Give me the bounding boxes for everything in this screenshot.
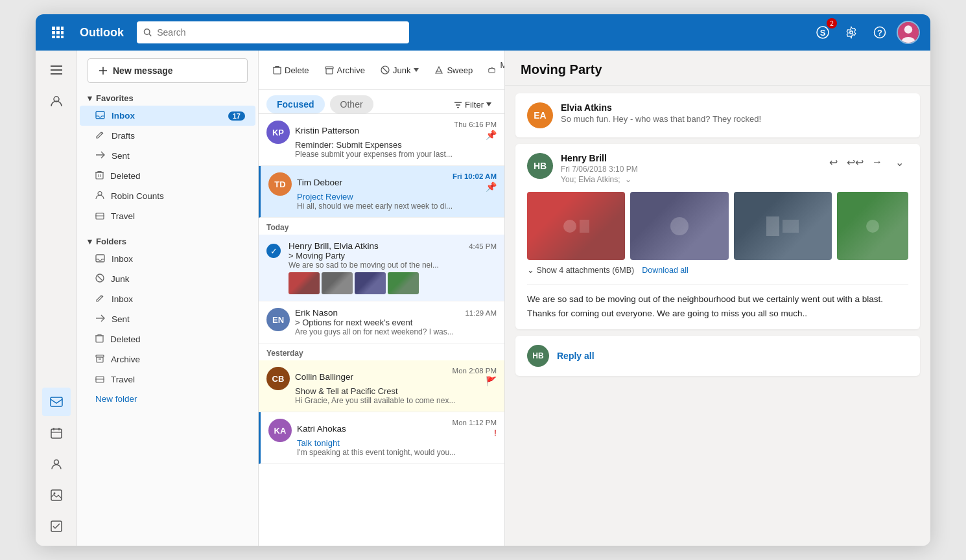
svg-rect-49 (97, 357, 103, 362)
email-item-henry[interactable]: ✓ Henry Brill, Elvia Atkins 4:45 PM > Mo… (259, 235, 504, 301)
email-thumbnails (289, 272, 497, 294)
thread-body-text: We are so sad to be moving out of the ne… (527, 284, 908, 320)
thumb-3 (355, 272, 386, 294)
tab-other[interactable]: Other (330, 95, 373, 113)
sidebar-item-inbox-fav[interactable]: Inbox 17 (80, 106, 255, 126)
junk-button[interactable]: Junk (374, 62, 425, 78)
sidebar-item-deleted[interactable]: Deleted (80, 166, 255, 186)
skype-button[interactable]: S 2 (811, 21, 834, 44)
exclaim-icon-katri: ! (494, 428, 497, 438)
user-avatar[interactable] (897, 21, 920, 44)
deleted-icon (95, 170, 104, 181)
svg-point-27 (54, 460, 58, 465)
svg-rect-2 (61, 27, 64, 30)
reply-button[interactable]: ↩ (824, 153, 842, 171)
sidebar-item-junk[interactable]: Junk (80, 269, 255, 289)
email-tabs: Focused Other Filter (259, 90, 504, 114)
svg-rect-35 (96, 172, 103, 179)
svg-line-58 (383, 68, 387, 73)
tab-focused[interactable]: Focused (266, 95, 325, 113)
search-input[interactable] (157, 27, 403, 38)
svg-text:?: ? (877, 28, 882, 38)
moveto-button[interactable]: Move to (482, 57, 505, 83)
attachment-4 (837, 192, 908, 260)
edit-icon (95, 294, 105, 305)
expand-to-icon[interactable]: ⌄ (625, 175, 631, 184)
email-body-collin: Collin Ballinger Mon 2:08 PM 🚩 Show & Te… (295, 367, 497, 405)
reply-all-button-label[interactable]: Reply all (557, 351, 595, 361)
svg-text:S: S (820, 28, 826, 38)
avatar-erik: EN (266, 308, 290, 331)
sidebar-item-sent[interactable]: Sent (80, 146, 255, 166)
nav-icons (36, 51, 77, 546)
sidebar-item-inbox-fold[interactable]: Inbox (80, 249, 255, 269)
email-detail-header: Moving Party (505, 51, 930, 86)
thread-action-buttons: ↩ ↩↩ → ⌄ (824, 153, 908, 171)
main-content: New message ▾ Favorites Inbox 17 Drafts (36, 51, 930, 546)
svg-rect-19 (51, 69, 62, 71)
sidebar-item-travel2[interactable]: Travel (80, 369, 255, 390)
thread-message-henry: HB Henry Brill Fri 7/06/2018 3:10 PM You… (515, 144, 920, 329)
email-item-tim[interactable]: TD Tim Deboer Fri 10:02 AM 📌 Project Rev… (259, 166, 504, 218)
nav-tasks[interactable] (42, 512, 71, 541)
topbar: Outlook S 2 ? (36, 14, 930, 51)
flag-icon-collin: 🚩 (486, 376, 497, 386)
svg-rect-56 (326, 69, 333, 74)
svg-point-9 (144, 29, 150, 35)
sidebar-item-travel-fav[interactable]: Travel (80, 206, 255, 226)
svg-rect-22 (51, 397, 62, 406)
email-item-collin[interactable]: CB Collin Ballinger Mon 2:08 PM 🚩 Show &… (259, 360, 504, 412)
sidebar-item-drafts[interactable]: Drafts (80, 126, 255, 146)
settings-icon[interactable] (840, 21, 863, 44)
nav-person[interactable] (42, 87, 71, 115)
filter-button[interactable]: Filter (449, 97, 497, 113)
svg-rect-46 (96, 336, 103, 342)
nav-mail[interactable] (42, 388, 71, 416)
svg-rect-5 (61, 31, 64, 34)
sidebar-item-inbox2[interactable]: Inbox (80, 289, 255, 309)
email-detail: Moving Party EA Elvia Atkins So much fun… (505, 51, 930, 546)
email-item-kristin[interactable]: KP Kristin Patterson Thu 6:16 PM 📌 Remin… (259, 114, 504, 166)
reply-all-button[interactable]: ↩↩ (846, 153, 864, 171)
email-item-katri[interactable]: KA Katri Ahokas Mon 1:12 PM ! Talk tonig… (259, 412, 504, 464)
archive-button[interactable]: Archive (318, 62, 371, 78)
sidebar: New message ▾ Favorites Inbox 17 Drafts (77, 51, 259, 546)
thumb-2 (322, 272, 353, 294)
app-title: Outlook (80, 26, 124, 40)
svg-rect-0 (52, 27, 55, 30)
sidebar-item-archive[interactable]: Archive (80, 349, 255, 369)
nav-calendar[interactable] (42, 419, 71, 447)
nav-gallery[interactable] (42, 481, 71, 509)
folders-header[interactable]: ▾ Folders (77, 231, 258, 249)
nav-contacts[interactable] (42, 450, 71, 478)
pin-icon-kristin: 📌 (486, 130, 497, 140)
email-thread: EA Elvia Atkins So much fun. Hey - who w… (505, 86, 930, 546)
expand-button[interactable]: ⌄ (890, 153, 908, 171)
thumb-4 (388, 272, 419, 294)
email-item-erik[interactable]: EN Erik Nason 11:29 AM > Options for nex… (259, 301, 504, 344)
avatar-collin: CB (266, 367, 290, 390)
drafts-icon (95, 130, 105, 141)
sidebar-item-deleted2[interactable]: Deleted (80, 329, 255, 349)
favorites-header[interactable]: ▾ Favorites (77, 88, 258, 106)
show-attachments-toggle[interactable]: ⌄ Show 4 attachments (6MB) (527, 265, 634, 275)
nav-hamburger[interactable] (42, 56, 71, 84)
travel-icon (95, 211, 104, 222)
delete-button[interactable]: Delete (266, 62, 316, 78)
sweep-button[interactable]: Sweep (428, 62, 479, 78)
search-bar[interactable] (137, 21, 409, 43)
email-body-erik: Erik Nason 11:29 AM > Options for next w… (295, 308, 497, 336)
forward-button[interactable]: → (868, 153, 886, 171)
attachment-1 (527, 192, 625, 260)
avatar-reply: HB (527, 345, 549, 367)
new-message-button[interactable]: New message (88, 58, 248, 83)
sidebar-item-robin-counts[interactable]: Robin Counts (80, 186, 255, 206)
avatar-kristin: KP (266, 121, 290, 144)
download-all-link[interactable]: Download all (642, 266, 689, 275)
email-body-katri: Katri Ahokas Mon 1:12 PM ! Talk tonight … (297, 419, 497, 457)
help-icon[interactable]: ? (868, 21, 891, 44)
sidebar-item-sent2[interactable]: Sent (80, 309, 255, 329)
new-folder-link[interactable]: New folder (80, 390, 255, 408)
grid-icon[interactable] (46, 21, 69, 44)
svg-point-16 (904, 25, 912, 33)
